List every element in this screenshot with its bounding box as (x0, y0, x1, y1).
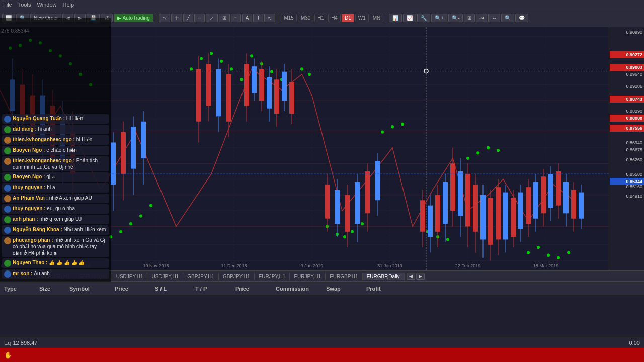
col-symbol: Symbol (69, 286, 115, 292)
tab-gbpusd-h1-1[interactable]: GBPUSD,H1 (37, 273, 74, 280)
price-0.85580: 0.85580 (610, 171, 644, 178)
ticker-bar: ✋ ✋Vào lúc 10h30 sáng hàng ngày. Các bạn… (0, 348, 644, 362)
svg-point-37 (190, 67, 193, 70)
forward-btn[interactable]: ▶ (74, 14, 86, 22)
svg-point-63 (487, 146, 490, 149)
auto-scroll-btn[interactable]: ↔ (488, 14, 500, 22)
svg-point-36 (149, 204, 152, 207)
new-order-btn[interactable]: New Order (30, 14, 61, 22)
menu-file[interactable]: File (3, 2, 12, 8)
template-btn[interactable]: 📊 (389, 14, 402, 22)
sep3 (386, 13, 386, 23)
print-btn[interactable]: 🖨 (101, 14, 113, 22)
svg-rect-73 (20, 85, 25, 122)
tab-usdjpy-h1-1[interactable]: USDJPY,H1 (112, 273, 148, 280)
svg-rect-151 (511, 198, 516, 237)
price-0.89640: 0.89640 (610, 71, 644, 78)
svg-rect-79 (50, 106, 55, 158)
svg-rect-123 (365, 171, 370, 213)
equity-row: Eq 12 898.47 0.00 (0, 337, 644, 348)
tf-mn[interactable]: MN (370, 14, 384, 22)
autotrading-btn[interactable]: ▶ AutoTrading (114, 14, 153, 22)
new-chart-btn[interactable]: ⬜ (2, 14, 15, 22)
svg-point-56 (391, 125, 394, 128)
svg-rect-91 (141, 122, 146, 158)
label-tool[interactable]: T (253, 14, 263, 22)
line-tool[interactable]: ╱ (183, 14, 193, 22)
zoom-in-btn[interactable]: 🔍+ (431, 14, 447, 22)
svg-point-54 (361, 222, 364, 225)
crosshair-tool[interactable]: ✛ (171, 14, 182, 22)
svg-text:26 Oct 2018: 26 Oct 2018 (66, 263, 91, 268)
tf-h4[interactable]: H4 (328, 14, 341, 22)
ticker-text: ✋Vào lúc 10h30 sáng hàng ngày. Các bạn n… (16, 351, 644, 359)
tf-w1[interactable]: W1 (355, 14, 369, 22)
tab-eurgbp-h1[interactable]: EURGBP,H1 (326, 273, 363, 280)
tab-eurgbp-daily[interactable]: EURGBP,Daily (363, 273, 405, 280)
fib-tool[interactable]: ≡ (231, 14, 241, 22)
svg-point-23 (19, 44, 22, 47)
svg-point-30 (89, 83, 92, 86)
svg-point-27 (59, 54, 62, 57)
svg-rect-97 (216, 69, 221, 116)
tab-gbpjpy-h1-2[interactable]: GBPJPY,H1 (219, 273, 255, 280)
col-size: Size (39, 286, 69, 292)
svg-point-60 (446, 238, 449, 241)
back-btn[interactable]: ◀ (62, 14, 73, 22)
tf-d1[interactable]: D1 (342, 14, 354, 22)
save-btn[interactable]: 💾 (87, 14, 100, 22)
text-tool[interactable]: A (242, 14, 253, 22)
svg-point-32 (109, 235, 112, 238)
trend-tool[interactable]: ⟋ (206, 14, 218, 22)
chat-btn[interactable]: 💬 (515, 14, 528, 22)
svg-point-52 (343, 235, 346, 238)
zoom-btn[interactable]: 🔍 (16, 14, 29, 22)
svg-rect-139 (465, 174, 470, 226)
menu-tools[interactable]: Tools (18, 2, 31, 8)
tf-h1[interactable]: H1 (314, 14, 327, 22)
menu-window[interactable]: Window (37, 2, 56, 8)
grid-btn[interactable]: ⊞ (464, 14, 475, 22)
col-price: Price (115, 286, 155, 292)
indicator-tool[interactable]: ∿ (264, 14, 275, 22)
svg-point-64 (497, 149, 500, 152)
indicators-btn[interactable]: 📈 (403, 14, 416, 22)
svg-rect-85 (111, 142, 116, 184)
svg-rect-131 (435, 195, 440, 232)
objects-btn[interactable]: 🔧 (417, 14, 430, 22)
svg-rect-109 (274, 79, 279, 114)
channel-tool[interactable]: ⊞ (219, 14, 230, 22)
cursor-tool[interactable]: ↖ (159, 14, 170, 22)
svg-rect-129 (428, 206, 433, 237)
chart-shift-btn[interactable]: ⇥ (476, 14, 487, 22)
search-btn[interactable]: 🔍 (501, 14, 514, 22)
svg-text:22 Feb 2019: 22 Feb 2019 (455, 263, 481, 268)
svg-rect-137 (458, 171, 463, 216)
svg-point-39 (210, 52, 213, 55)
svg-rect-149 (503, 193, 508, 240)
price-0.86260: 0.86260 (610, 156, 644, 163)
svg-rect-101 (244, 64, 249, 106)
svg-point-55 (381, 130, 384, 133)
svg-point-35 (139, 214, 142, 217)
svg-rect-167 (571, 190, 576, 218)
tab-eurjpy-h1-2[interactable]: EURJPY,H1 (290, 273, 326, 280)
svg-rect-113 (289, 82, 294, 114)
tab-next-btn[interactable]: ▶ (416, 273, 425, 280)
chart-area[interactable]: 278 0.85344 (0, 27, 644, 270)
tab-gbpusd-h1-2[interactable]: GBPUSD,H1 (74, 273, 112, 280)
hline-tool[interactable]: ─ (194, 14, 205, 22)
menu-help[interactable]: Help (63, 2, 74, 8)
tab-usdchf-h1[interactable]: USDCHF,H1 (0, 273, 37, 280)
tab-eurjpy-h1-1[interactable]: EURJPY,H1 (255, 273, 290, 280)
tab-prev-btn[interactable]: ◀ (407, 273, 415, 280)
tf-m15[interactable]: M15 (281, 14, 296, 22)
tab-gbpjpy-h1-1[interactable]: GBPJPY,H1 (183, 273, 219, 280)
svg-rect-95 (206, 64, 211, 106)
sep1 (156, 13, 156, 23)
tab-usdjpy-h1-2[interactable]: USDJPY,H1 (147, 273, 183, 280)
col-sl: S / L (155, 286, 195, 292)
svg-text:18 Mar 2019: 18 Mar 2019 (533, 263, 558, 268)
zoom-out-btn[interactable]: 🔍- (448, 14, 463, 22)
tf-m30[interactable]: M30 (298, 14, 313, 22)
